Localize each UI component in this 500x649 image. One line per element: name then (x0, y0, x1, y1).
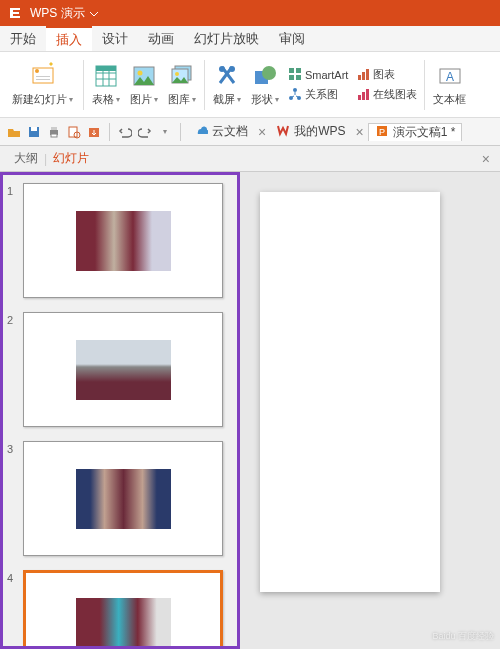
svg-point-16 (219, 66, 225, 72)
slide-image-placeholder (76, 469, 171, 529)
wps-icon (276, 123, 290, 140)
table-button[interactable]: 表格▾ (88, 62, 124, 107)
slide-number: 4 (7, 570, 23, 649)
menu-start[interactable]: 开始 (0, 26, 46, 51)
cloud-doc-tab[interactable]: 云文档 (188, 123, 254, 140)
svg-point-2 (35, 69, 39, 73)
save-icon[interactable] (26, 124, 42, 140)
separator (83, 60, 84, 110)
separator (109, 123, 110, 141)
slide-number: 2 (7, 312, 23, 427)
quick-access-toolbar: ▾ 云文档 × 我的WPS × P 演示文稿1 * (0, 118, 500, 146)
chevron-down-icon: ▾ (237, 95, 241, 104)
app-title: WPS 演示 (30, 5, 85, 22)
mywps-tab[interactable]: 我的WPS (270, 123, 351, 140)
chart-button[interactable]: 图表 (353, 66, 420, 84)
slide-item[interactable]: 4 (7, 570, 233, 649)
relation-label: 关系图 (305, 87, 338, 102)
new-slide-label: 新建幻灯片 (12, 92, 67, 107)
slide-thumbnail[interactable] (23, 183, 223, 298)
slide-canvas[interactable] (260, 192, 440, 592)
picture-icon (130, 62, 158, 90)
chart-icon (356, 67, 370, 83)
current-doc-tab[interactable]: P 演示文稿1 * (368, 123, 463, 141)
workspace: 1 2 3 4 (0, 172, 500, 649)
shapes-button[interactable]: 形状▾ (247, 62, 283, 107)
table-label: 表格 (92, 92, 114, 107)
new-slide-button[interactable]: 新建幻灯片▾ (6, 62, 79, 107)
outline-tab[interactable]: 大纲 (8, 150, 44, 167)
shapes-label: 形状 (251, 92, 273, 107)
menu-animation[interactable]: 动画 (138, 26, 184, 51)
svg-rect-32 (366, 89, 369, 100)
title-dropdown-icon[interactable] (89, 8, 99, 18)
print-icon[interactable] (46, 124, 62, 140)
title-bar: WPS 演示 (0, 0, 500, 26)
svg-rect-4 (36, 79, 50, 80)
chevron-down-icon: ▾ (275, 95, 279, 104)
svg-rect-30 (358, 95, 361, 100)
qat-more-icon[interactable]: ▾ (157, 124, 173, 140)
online-chart-button[interactable]: 在线图表 (353, 86, 420, 104)
chevron-down-icon: ▾ (154, 95, 158, 104)
slides-tab[interactable]: 幻灯片 (47, 150, 95, 167)
watermark: Baidu 百度经验 (432, 630, 494, 643)
side-panel-tabs: 大纲 | 幻灯片 × (0, 146, 500, 172)
close-tab-icon[interactable]: × (356, 124, 364, 140)
slide-thumbnail-panel[interactable]: 1 2 3 4 (0, 172, 240, 649)
svg-text:A: A (446, 70, 454, 84)
svg-rect-23 (296, 75, 301, 80)
textbox-button[interactable]: A 文本框 (429, 62, 470, 107)
online-chart-icon (356, 87, 370, 103)
slide-thumbnail[interactable] (23, 312, 223, 427)
smartart-label: SmartArt (305, 69, 348, 81)
smartart-button[interactable]: SmartArt (285, 66, 351, 84)
slide-thumbnail[interactable] (23, 441, 223, 556)
svg-rect-38 (51, 127, 57, 130)
slide-item[interactable]: 3 (7, 441, 233, 556)
gallery-icon (168, 62, 196, 90)
chevron-down-icon: ▾ (116, 95, 120, 104)
svg-point-24 (293, 88, 297, 92)
print-preview-icon[interactable] (66, 124, 82, 140)
redo-icon[interactable] (137, 124, 153, 140)
slide-item[interactable]: 2 (7, 312, 233, 427)
svg-point-12 (138, 71, 143, 76)
online-chart-label: 在线图表 (373, 87, 417, 102)
close-panel-icon[interactable]: × (482, 151, 490, 167)
open-icon[interactable] (6, 124, 22, 140)
menu-insert[interactable]: 插入 (46, 26, 92, 51)
slide-image-placeholder (76, 340, 171, 400)
menu-bar: 开始 插入 设计 动画 幻灯片放映 审阅 (0, 26, 500, 52)
svg-point-17 (229, 66, 235, 72)
current-doc-label: 演示文稿1 * (393, 124, 456, 141)
slide-item[interactable]: 1 (7, 183, 233, 298)
gallery-button[interactable]: 图库▾ (164, 62, 200, 107)
export-icon[interactable] (86, 124, 102, 140)
close-tab-icon[interactable]: × (258, 124, 266, 140)
picture-button[interactable]: 图片▾ (126, 62, 162, 107)
svg-rect-39 (51, 134, 57, 137)
slide-number: 3 (7, 441, 23, 556)
textbox-icon: A (436, 62, 464, 90)
menu-review[interactable]: 审阅 (269, 26, 315, 51)
svg-rect-31 (362, 92, 365, 100)
cloud-doc-label: 云文档 (212, 123, 248, 140)
relation-button[interactable]: 关系图 (285, 86, 351, 104)
menu-design[interactable]: 设计 (92, 26, 138, 51)
svg-rect-22 (289, 75, 294, 80)
slide-thumbnail-selected[interactable] (23, 570, 223, 649)
svg-rect-27 (358, 75, 361, 80)
mywps-label: 我的WPS (294, 123, 345, 140)
ribbon: 新建幻灯片▾ 表格▾ 图片▾ 图库▾ 截屏▾ 形状▾ SmartArt (0, 52, 500, 118)
svg-rect-10 (96, 66, 116, 71)
screenshot-icon (213, 62, 241, 90)
screenshot-button[interactable]: 截屏▾ (209, 62, 245, 107)
presentation-icon: P (375, 124, 389, 141)
separator (204, 60, 205, 110)
undo-icon[interactable] (117, 124, 133, 140)
picture-label: 图片 (130, 92, 152, 107)
menu-slideshow[interactable]: 幻灯片放映 (184, 26, 269, 51)
svg-text:P: P (379, 127, 385, 137)
svg-rect-29 (366, 69, 369, 80)
